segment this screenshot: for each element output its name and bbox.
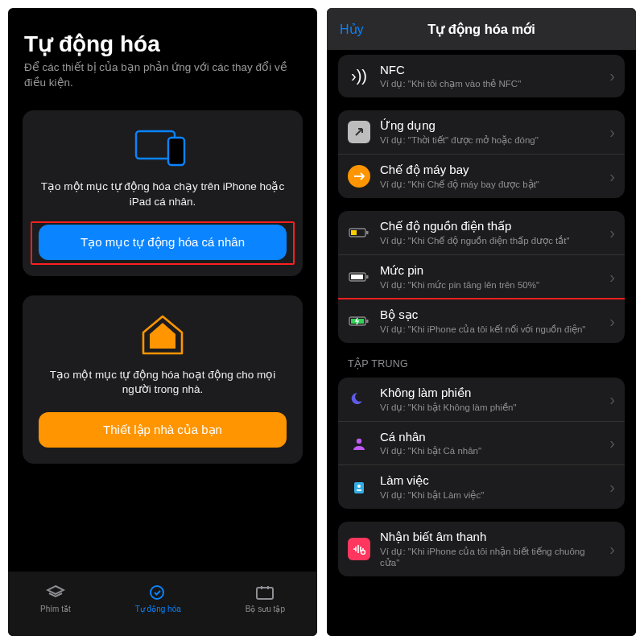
button-label: Thiết lập nhà của bạn (103, 423, 222, 437)
row-example: Ví dụ: "Khi iPhone của tôi kết nối với n… (380, 324, 605, 335)
trigger-row-nfc[interactable]: ›)) NFC Ví dụ: "Khi tôi chạm vào thẻ NFC… (338, 55, 625, 97)
chevron-right-icon: › (609, 123, 615, 142)
chevron-right-icon: › (609, 540, 615, 559)
personal-automation-card: Tạo một mục tự động hóa chạy trên iPhone… (23, 110, 303, 276)
svg-point-15 (357, 485, 361, 488)
chevron-right-icon: › (609, 434, 615, 452)
section-header-focus: TẬP TRUNG (348, 357, 615, 369)
row-example: Ví dụ: "Khi tôi chạm vào thẻ NFC" (380, 78, 605, 89)
chevron-right-icon: › (609, 268, 615, 287)
cancel-button[interactable]: Hủy (340, 22, 364, 37)
trigger-row-dnd[interactable]: Không làm phiền Ví dụ: "Khi bật Không là… (338, 378, 625, 421)
badge-icon (348, 476, 370, 498)
home-automation-card: Tạo một mục tự động hóa hoạt động cho mọ… (23, 295, 303, 464)
create-personal-automation-button[interactable]: Tạo mục tự động hóa cá nhân (39, 225, 287, 260)
row-example: Ví dụ: "Thời tiết" được mở hoặc đóng" (380, 134, 605, 146)
svg-rect-6 (351, 230, 357, 235)
tab-bar: Phím tắt Tự động hóa Bộ sưu tập (8, 572, 317, 636)
setup-home-button[interactable]: Thiết lập nhà của bạn (39, 412, 287, 448)
navigation-bar: Hủy Tự động hóa mới (327, 8, 636, 50)
page-subtitle: Để các thiết bị của bạn phản ứng với các… (24, 57, 301, 91)
moon-icon (348, 388, 370, 411)
charger-icon (348, 310, 370, 332)
row-label: Nhận biết âm thanh (380, 530, 605, 544)
nav-title: Tự động hóa mới (327, 22, 636, 37)
devices-icon (133, 128, 192, 168)
tab-label: Phím tắt (40, 605, 71, 613)
sound-waves-icon (348, 538, 370, 560)
row-example: Ví dụ: "Khi bật Làm việc" (380, 489, 605, 501)
row-example: Ví dụ: "Khi mức pin tăng lên trên 50%" (380, 279, 605, 291)
tab-label: Bộ sưu tập (246, 605, 285, 613)
tab-automation[interactable]: Tự động hóa (135, 584, 181, 613)
button-label: Tạo mục tự động hóa cá nhân (80, 235, 245, 250)
home-icon (138, 313, 187, 357)
svg-point-17 (361, 551, 365, 555)
svg-point-2 (151, 586, 163, 599)
battery-icon (348, 266, 370, 288)
row-example: Ví dụ: "Khi Chế độ nguồn điện thấp được … (380, 235, 605, 246)
app-icon (348, 121, 370, 143)
row-example: Ví dụ: "Khi bật Không làm phiền" (380, 402, 605, 413)
row-label: Làm việc (380, 473, 605, 488)
row-label: NFC (380, 63, 605, 76)
tab-label: Tự động hóa (135, 605, 181, 613)
chevron-right-icon: › (609, 167, 615, 186)
row-example: Ví dụ: "Khi iPhone của tôi nhận biết tiế… (380, 546, 605, 568)
person-icon (348, 432, 370, 455)
svg-rect-9 (351, 275, 363, 279)
chevron-right-icon: › (609, 224, 615, 242)
stack-icon (45, 584, 66, 601)
chevron-right-icon: › (609, 67, 615, 85)
row-label: Bộ sạc (380, 308, 605, 322)
svg-rect-3 (257, 588, 273, 599)
trigger-row-low-power[interactable]: Chế độ nguồn điện thấp Ví dụ: "Khi Chế đ… (338, 211, 625, 254)
trigger-row-battery[interactable]: Mức pin Ví dụ: "Khi mức pin tăng lên trê… (338, 254, 625, 299)
svg-rect-1 (168, 138, 184, 165)
tab-shortcuts[interactable]: Phím tắt (40, 584, 71, 613)
trigger-row-personal-focus[interactable]: Cá nhân Ví dụ: "Khi bật Cá nhân" › (338, 421, 625, 464)
tab-gallery[interactable]: Bộ sưu tập (246, 584, 285, 613)
new-automation-screen: Hủy Tự động hóa mới ›)) NFC Ví dụ: "Khi … (327, 8, 636, 636)
low-power-icon (348, 221, 370, 244)
row-label: Không làm phiền (380, 386, 605, 400)
nfc-icon: ›)) (348, 65, 370, 88)
chevron-right-icon: › (609, 478, 615, 497)
row-label: Chế độ máy bay (380, 163, 605, 177)
row-label: Cá nhân (380, 430, 605, 444)
home-card-desc: Tạo một mục tự động hóa hoạt động cho mọ… (39, 368, 287, 398)
row-label: Ứng dụng (380, 118, 605, 133)
trigger-row-sound-recognition[interactable]: Nhận biết âm thanh Ví dụ: "Khi iPhone củ… (338, 522, 625, 576)
row-example: Ví dụ: "Khi bật Cá nhân" (380, 445, 605, 456)
trigger-row-charger[interactable]: Bộ sạc Ví dụ: "Khi iPhone của tôi kết nố… (338, 299, 625, 343)
svg-rect-8 (366, 275, 369, 279)
chevron-right-icon: › (609, 390, 615, 409)
airplane-icon (348, 165, 370, 188)
trigger-row-work-focus[interactable]: Làm việc Ví dụ: "Khi bật Làm việc" › (338, 464, 625, 509)
svg-rect-11 (366, 320, 369, 323)
trigger-row-airplane[interactable]: Chế độ máy bay Ví dụ: "Khi Chế độ máy ba… (338, 154, 625, 198)
automation-home-screen: Tự động hóa Để các thiết bị của bạn phản… (8, 8, 317, 636)
clock-check-icon (147, 584, 168, 601)
chevron-right-icon: › (609, 312, 615, 331)
svg-rect-16 (357, 489, 361, 491)
svg-rect-5 (366, 231, 369, 234)
svg-point-13 (357, 438, 361, 443)
row-label: Mức pin (380, 263, 605, 278)
row-example: Ví dụ: "Khi Chế độ máy bay được bật" (380, 179, 605, 190)
trigger-row-app[interactable]: Ứng dụng Ví dụ: "Thời tiết" được mở hoặc… (338, 110, 625, 154)
gallery-icon (254, 584, 275, 601)
personal-card-desc: Tạo một mục tự động hóa chạy trên iPhone… (39, 180, 287, 210)
page-title: Tự động hóa (24, 31, 301, 57)
row-label: Chế độ nguồn điện thấp (380, 219, 605, 233)
